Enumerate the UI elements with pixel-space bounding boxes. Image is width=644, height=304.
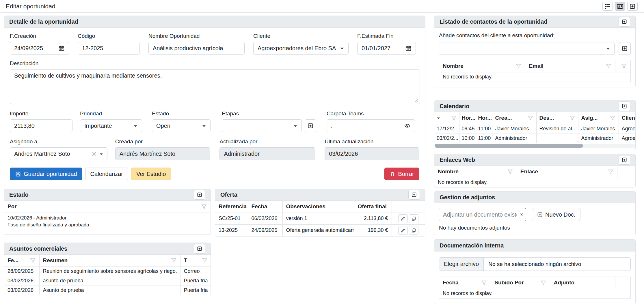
add-oferta-button[interactable] — [408, 190, 420, 200]
guardar-oportunidad-button[interactable]: Guardar oportunidad — [10, 168, 82, 180]
add-estado-button[interactable] — [194, 190, 205, 200]
table-row[interactable]: 28/09/2025 Reunión de seguimiento sobre … — [4, 267, 211, 276]
cal-fecha: 17/12/2... — [434, 124, 459, 134]
calendario-col-cliente[interactable]: Cliente/ — [619, 112, 635, 124]
enlaces-col-enlace[interactable]: Enlace — [517, 166, 617, 178]
filter-icon[interactable] — [606, 63, 612, 69]
calendar-icon[interactable] — [58, 45, 65, 51]
scrollbar-thumb[interactable] — [435, 144, 583, 148]
doc-col-fecha[interactable]: Fecha — [439, 277, 491, 289]
clear-icon[interactable] — [92, 151, 97, 157]
estado-col-por[interactable]: Por — [4, 201, 211, 213]
contactos-col-actions[interactable] — [615, 60, 630, 72]
oferta-col-oferta-final[interactable]: Oferta final — [354, 201, 392, 213]
filter-icon[interactable] — [481, 280, 487, 286]
table-row[interactable]: 03/02/2026 Asunto de prueba Puerta fria — [4, 286, 211, 295]
importe-input[interactable]: 2113,80 — [10, 119, 72, 132]
table-row[interactable]: SC/25-01 06/02/2026 versión 1 2.113,80 € — [215, 213, 425, 224]
calendario-col-asignado[interactable]: Asig... — [578, 112, 619, 124]
copy-oferta-button[interactable] — [409, 226, 418, 235]
calendario-col-fecha[interactable] — [434, 112, 459, 124]
borrar-button[interactable]: Borrar — [384, 168, 419, 180]
add-etapa-button[interactable] — [305, 119, 316, 132]
contactos-col-nombre[interactable]: Nombre — [439, 60, 525, 72]
table-row[interactable]: 03/02/2026 asunto de prueba Puerta fria — [4, 276, 211, 286]
doc-col-adjunto[interactable]: Adjunto — [550, 277, 615, 289]
table-row[interactable]: 17/12/2... 09:45 11:00 Javier Morales...… — [434, 124, 635, 134]
calendarizar-button[interactable]: Calendarizar — [85, 168, 128, 180]
filter-icon[interactable] — [608, 169, 614, 175]
filter-icon[interactable] — [610, 115, 616, 121]
filter-icon[interactable] — [569, 115, 575, 121]
etapas-select[interactable] — [222, 119, 302, 132]
cal-cliente: Agroexp — [619, 134, 635, 143]
oferta-col-referencia[interactable]: Referencia — [215, 201, 248, 213]
oferta-col-fecha[interactable]: Fecha — [248, 201, 282, 213]
contact-select[interactable] — [439, 42, 615, 55]
list-view-button[interactable] — [602, 2, 613, 11]
oferta-col-observaciones[interactable]: Observaciones — [282, 201, 354, 213]
calendar-icon[interactable] — [405, 45, 412, 51]
add-window-button[interactable] — [627, 2, 638, 11]
nuevo-doc-button[interactable]: Nuevo Doc. — [532, 208, 580, 221]
carpeta-teams-input[interactable]: . — [327, 119, 415, 132]
asuntos-col-t[interactable]: T — [180, 255, 211, 267]
add-enlace-button[interactable] — [619, 155, 630, 165]
estado-select[interactable]: Open — [152, 119, 211, 132]
table-row[interactable]: 13-2025 24/09/2025 Oferta generada autom… — [215, 224, 425, 236]
asignado-select[interactable]: Andres MartInez Soto — [10, 147, 107, 160]
asuntos-col-resumen[interactable]: Resumen — [39, 255, 180, 267]
filter-icon[interactable] — [527, 115, 533, 121]
list-view-icon — [604, 3, 611, 10]
filter-icon[interactable] — [515, 63, 522, 69]
f-estimada-input[interactable]: 01/01/2027 — [357, 42, 416, 55]
doc-interna-empty-text: No records to display. — [439, 289, 630, 298]
add-evento-button[interactable] — [619, 102, 630, 111]
cal-hora-inicio: 09:45 — [459, 124, 476, 134]
calendario-col-creado[interactable]: Crea... — [492, 112, 536, 124]
attach-document-input[interactable]: Adjuntar un documento existente — [439, 208, 517, 221]
field-codigo: Código 12-2025 — [78, 33, 140, 55]
cliente-select[interactable]: Agroexportadores del Ebro SA — [253, 42, 349, 55]
file-chooser[interactable]: Elegir archivo No se ha seleccionado nin… — [439, 257, 631, 271]
calendario-col-hora-inicio[interactable]: Hor... — [459, 112, 476, 124]
filter-icon[interactable] — [621, 63, 627, 69]
calendario-col-hora-fin[interactable]: Hor... — [476, 112, 492, 124]
panel-adjuntos-title: Gestion de adjuntos — [440, 194, 495, 201]
clear-attachment-button[interactable]: x — [517, 208, 526, 221]
f-creacion-input[interactable]: 24/09/2025 — [10, 42, 69, 55]
calendario-col-descripcion[interactable]: Des... — [536, 112, 578, 124]
edit-oferta-button[interactable] — [398, 226, 408, 235]
contactos-col-email[interactable]: Email — [525, 60, 615, 72]
eye-icon[interactable] — [404, 123, 411, 129]
horizontal-scrollbar[interactable] — [435, 144, 635, 148]
contact-card-button[interactable] — [615, 2, 625, 11]
prioridad-select[interactable]: Importante — [80, 119, 142, 132]
panel-enlaces-title: Enlaces Web — [440, 157, 475, 163]
codigo-input[interactable]: 12-2025 — [78, 42, 140, 55]
descripcion-textarea[interactable]: Seguimiento de cultivos y maquinaria med… — [10, 69, 420, 104]
resize-grip-icon[interactable] — [414, 98, 419, 103]
doc-col-subido-por[interactable]: Subido Por — [491, 277, 550, 289]
ver-estudio-button[interactable]: Ver Estudio — [131, 168, 171, 180]
enlaces-col-nombre[interactable]: Nombre — [434, 166, 517, 178]
asuntos-col-fecha[interactable]: Fe... — [4, 255, 39, 267]
filter-icon[interactable] — [451, 115, 457, 121]
panel-detalle-oportunidad: Detalle de la oportunidad F.Creación 24/… — [4, 16, 425, 186]
add-contacto-header-button[interactable] — [619, 17, 630, 27]
filter-icon[interactable] — [202, 258, 208, 264]
copy-oferta-button[interactable] — [409, 214, 418, 223]
filter-icon[interactable] — [540, 280, 546, 286]
nombre-input[interactable]: Análisis productivo agrícola — [148, 42, 245, 55]
filter-icon[interactable] — [201, 204, 207, 210]
filter-icon[interactable] — [30, 258, 36, 264]
add-asunto-button[interactable] — [194, 244, 205, 254]
estado-row[interactable]: 10/02/2026 - Administrador Fase de diseñ… — [4, 213, 211, 230]
filter-icon[interactable] — [507, 169, 513, 175]
filter-icon[interactable] — [171, 258, 177, 264]
asunto-fecha: 03/02/2026 — [4, 276, 39, 286]
elegir-archivo-button[interactable]: Elegir archivo — [439, 258, 484, 271]
edit-oferta-button[interactable] — [398, 214, 408, 223]
table-row[interactable]: 03/02/2... 10:00 11:00 Administrador Adm… — [434, 134, 635, 143]
add-contact-button[interactable] — [619, 42, 631, 55]
